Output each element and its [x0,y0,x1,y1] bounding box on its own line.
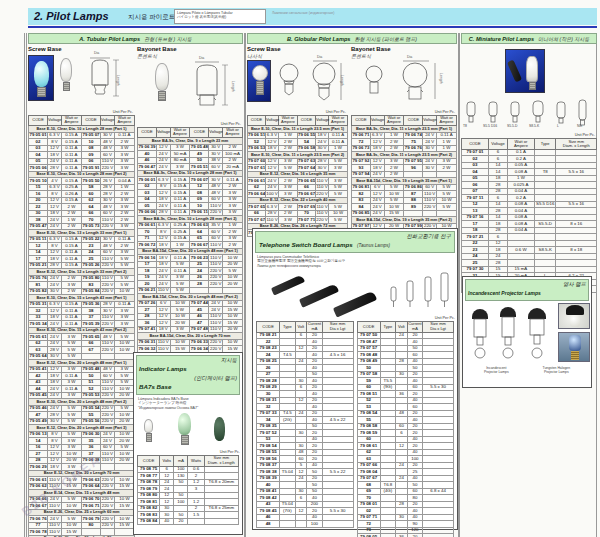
table-header-cell: CODE [357,321,380,332]
table-group-label: Base E-10, Clear, Dia. 10 x Length 28 mm… [29,171,135,178]
table-cell: 79 05 07 [81,132,100,139]
table-cell: 79 08 54 [357,410,380,417]
table-cell: T6.8 x 20mm [204,479,238,486]
table-cell: 110 V [48,503,62,510]
table-cell: 110 V [101,275,115,282]
data-table: CODEVoltsmAWattsSize mm Diam. x Length79… [137,455,239,525]
length-dimension-label: Length [439,73,443,84]
table-cell: 79 07 65 [248,204,266,211]
table-cell: 79 08 51 [357,391,380,398]
indicator-base-korean: (인디케이터 램프) [194,375,237,382]
table-cell: 110 V [101,256,115,263]
telephone-translations: Lámparas para Conmutador Telefónico 電話交換… [257,255,453,268]
projector-title-bar: Incandescent Projector Lamps 영사 램프 [465,279,589,301]
table-header-cell: Watt or Ampere [437,115,457,126]
table-header-cell: Watt or Ampere [223,127,243,138]
table-group-label: Base BA-15d, Clear, Dia. 20 x Length 48 … [138,248,243,255]
table-header-cell: CODE [352,115,371,126]
table-cell: 79 06 85 [352,210,371,217]
header-rule [28,26,597,28]
table-cell: 79 06 01 [138,177,157,184]
table-header-cell: Voltage [101,115,115,126]
table-cell: 79 06 76 [404,145,423,152]
table-cell: 79 08 84 [138,518,160,525]
table-cell: 220 V [101,516,115,523]
globular-bayonet-table: CODEVoltageWatt or AmpereCODEVoltageWatt… [351,115,457,237]
table-cell: 79 08 55 [257,449,280,456]
table-cell: 79 06 51 [248,132,266,139]
table-cell: 100 V [266,191,279,198]
table-cell: 79 07 63 [298,158,316,165]
table-group-label: Base E-12, Clear, Dia. 16 x Length 35 mm [248,171,348,178]
telephone-table-right: CODETypeVoltCurrent mASize mm Dia x Lgt7… [357,321,455,537]
table-cell: 220 V [209,268,223,275]
section-b-header: B. Globular Pilot Lamps 환형 지시등 (파이로트 램프) [247,33,457,44]
table-cell: 79 07 71 [357,514,380,521]
projector-caption-halogen: Tungsten Halogen Projector Lamps [542,366,570,374]
section-b-title: B. Globular Pilot Lamps [287,36,350,42]
globular-lamp-drawing-small [275,61,305,105]
table-cell: 79 06 61 [248,178,266,185]
header-band: 2. Pilot Lamps 지시용 파이로트 램프 Lámpara Pilot… [28,8,597,25]
table-cell: 48 [257,521,280,528]
table-cell: 79 08 82 [138,505,160,512]
table-cell: 79 08 38 [257,469,280,476]
table-header-cell: Voltage [489,139,508,150]
table-cell: 79 08 01 [357,501,380,508]
indicator-title-bar: Indicator Lamps 지시등 BA7s Base (인디케이터 램프) [136,355,240,395]
unit-per-pc-label: Unit Per Pc. [139,122,241,126]
table-group-label: Base BA-9s, Clear, Dia. 10 x Length 28 m… [138,216,243,223]
dia-dimension-label: Dia [199,56,204,60]
table-cell: 79 06 21 [138,287,157,294]
length-dimension-label: Length [116,75,120,86]
table-header-cell: Volts [160,455,174,466]
projector-captions: Incandescent Projector Lamps Tungsten Ha… [467,366,587,374]
table-cell: 79 06 58 [298,145,316,152]
table-cell: 79 07 95 [404,158,423,165]
tubular-lamp-photo-2 [60,58,72,82]
table-cell: 79 08 45 [257,508,280,515]
tubular-bayonet-lamp-images: Dia Length [137,59,243,121]
table-group-label: Base E-12, Clear, Dia. 20 x Length 48 mm… [29,360,135,367]
table-row: 79 08 844020 [138,518,239,525]
table-row: 79 07 4118 V3 W79 07 48110 V20 W [138,326,243,333]
table-cell: 79 07 64 [298,165,316,172]
section-c-title-korean: 미니어쳐 (작은) 지시등 [538,36,589,42]
table-cell: 79 08 56 [257,456,280,463]
table-cell: 79 08 77 [138,473,160,480]
table-group-label: Base E-10, Clear, Dia. 15 x Length 43 mm… [29,295,135,302]
table-cell: 79 07 67 [248,217,266,224]
table-cell: 110 V [101,379,115,386]
table-cell: 79 06 79 [81,516,100,523]
indicator-lamp-photos [138,411,238,449]
table-header-cell: Volt [295,321,307,332]
globular-lamp-photo [247,60,271,102]
unit-per-pc-label: Unit Per Pc. [30,110,133,114]
table-header-cell: CODE [138,455,160,466]
table-cell: 79 08 41 [257,488,280,495]
miniature-type-label: L [557,124,559,128]
table-header-cell: CODE [404,115,423,126]
telephone-lamp-photo [299,283,339,307]
table-group-label: Base E-10, Clear, Dia. 11 x Length 23.5 … [248,126,348,133]
table-cell: 79 06 55 [298,132,316,139]
table-cell: 110 V [156,339,170,346]
table-cell: 220 V [101,405,115,412]
indicator-line-ru: "Индикаторные лампы Основа BA7" [138,406,238,410]
projector-lamp-photo-black-top [558,303,590,329]
table-cell: 110 V [423,191,437,198]
table-cell: 110 V [209,326,223,333]
table-group-label: Base E-10, Clear, Dia. 11 x Length 23.5 … [248,152,348,159]
table-cell: 79 08 75 [138,466,160,473]
projector-title: Incandescent Projector Lamps [468,290,541,296]
table-header-cell: Watt or Ampere [170,127,190,138]
table-cell: 79 06 76 [29,516,48,523]
table-cell: 40 [160,518,174,525]
table-cell: 79 08 61 [357,443,380,450]
section-a-header: A. Tubular Pilot Lamps 관형 (튜브형 ) 지시등 [28,33,243,44]
table-header-cell: Watt or Ampere [384,115,404,126]
unit-per-pc-label: Unit Per Pc. [136,450,240,454]
telephone-title-korean: 전화교환기용 전구 [406,233,451,240]
table-row: 79 06 716.3 V1 W79 06 7424 V0.11 A [352,132,457,139]
table-cell: 79 08 35 [257,423,280,430]
